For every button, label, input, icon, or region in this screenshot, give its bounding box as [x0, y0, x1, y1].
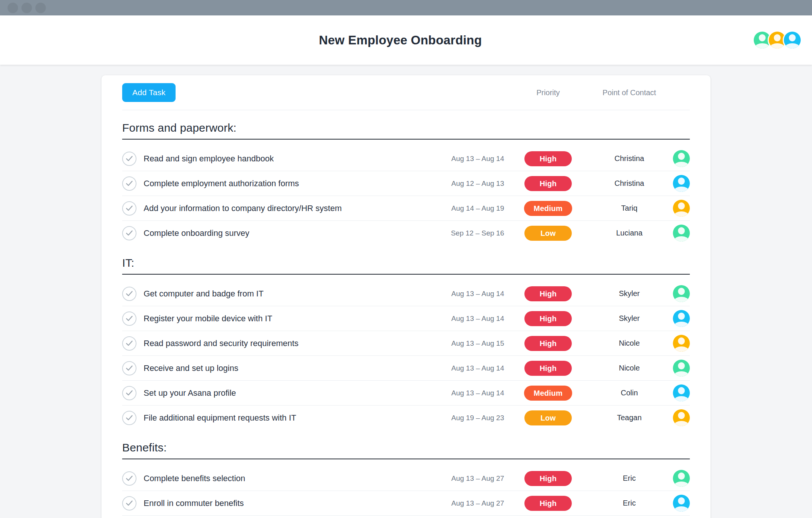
priority-badge[interactable]: High [524, 496, 572, 511]
task-title[interactable]: File additional equipment requests with … [144, 413, 296, 423]
task-dates: Aug 13 – Aug 14 [410, 389, 504, 397]
task-row[interactable]: Read password and security requirements … [122, 331, 690, 355]
task-cell: Complete benefits selection [122, 471, 410, 486]
contact-avatar[interactable] [673, 409, 690, 426]
contact-avatar[interactable] [673, 150, 690, 167]
contact-name[interactable]: Christina [592, 179, 667, 188]
task-row[interactable]: Get computer and badge from IT Aug 13 – … [122, 281, 690, 306]
window-control-dot[interactable] [21, 3, 32, 13]
add-task-button[interactable]: Add Task [122, 83, 176, 102]
task-row[interactable]: Register your mobile device with IT Aug … [122, 306, 690, 331]
task-row[interactable]: Complete benefits selection Aug 13 – Aug… [122, 466, 690, 491]
contact-name[interactable]: Nicole [592, 364, 667, 372]
task-complete-checkbox[interactable] [122, 361, 136, 375]
task-row[interactable]: Complete onboarding survey Sep 12 – Sep … [122, 220, 690, 245]
task-complete-checkbox[interactable] [122, 386, 136, 400]
task-title[interactable]: Get computer and badge from IT [144, 289, 264, 299]
priority-badge[interactable]: High [524, 361, 572, 376]
section-heading: Forms and paperwork: [122, 120, 690, 140]
contact-name[interactable]: Colin [592, 389, 667, 397]
contact-avatar[interactable] [673, 360, 690, 377]
task-complete-checkbox[interactable] [122, 287, 136, 301]
task-title[interactable]: Enroll in commuter benefits [144, 498, 244, 508]
task-row[interactable]: File additional equipment requests with … [122, 405, 690, 430]
task-complete-checkbox[interactable] [122, 496, 136, 510]
priority-badge[interactable]: Medium [524, 201, 573, 216]
contact-name[interactable]: Christina [592, 154, 667, 163]
contact-avatar[interactable] [673, 384, 690, 401]
task-complete-checkbox[interactable] [122, 336, 136, 351]
contact-avatar[interactable] [673, 470, 690, 487]
contact-avatar[interactable] [673, 200, 690, 217]
task-title[interactable]: Set up your Asana profile [144, 388, 236, 398]
task-title[interactable]: Complete onboarding survey [144, 228, 249, 238]
avatar-cell [667, 150, 690, 167]
task-dates: Aug 13 – Aug 14 [410, 155, 504, 163]
contact-name[interactable]: Luciana [592, 229, 667, 237]
task-section: Forms and paperwork: Read and sign emplo… [122, 120, 690, 245]
priority-badge[interactable]: Medium [524, 386, 573, 401]
contact-name[interactable]: Tariq [592, 204, 667, 213]
avatar-cell [667, 310, 690, 327]
priority-badge[interactable]: High [524, 311, 572, 326]
contact-avatar[interactable] [673, 335, 690, 352]
task-cell: Complete employment authorization forms [122, 176, 410, 191]
task-title[interactable]: Complete benefits selection [144, 474, 245, 483]
contact-name[interactable]: Skyler [592, 314, 667, 323]
task-title[interactable]: Complete employment authorization forms [144, 179, 299, 188]
priority-badge[interactable]: High [524, 176, 572, 191]
window-control-dot[interactable] [35, 3, 46, 13]
task-cell: Set up your Asana profile [122, 386, 410, 400]
member-avatar[interactable] [784, 32, 801, 49]
task-complete-checkbox[interactable] [122, 226, 136, 240]
task-row[interactable]: Set up your Asana profile Aug 13 – Aug 1… [122, 380, 690, 405]
task-complete-checkbox[interactable] [122, 152, 136, 166]
contact-name[interactable]: Nicole [592, 339, 667, 348]
priority-badge[interactable]: High [524, 336, 572, 351]
window-control-dot[interactable] [8, 3, 18, 13]
task-complete-checkbox[interactable] [122, 311, 136, 326]
priority-cell: High [504, 151, 592, 166]
task-complete-checkbox[interactable] [122, 471, 136, 486]
priority-badge[interactable]: High [524, 471, 572, 486]
task-complete-checkbox[interactable] [122, 411, 136, 425]
task-row[interactable]: Read and sign employee handbook Aug 13 –… [122, 146, 690, 171]
contact-avatar[interactable] [673, 225, 690, 242]
priority-cell: Low [504, 410, 592, 425]
task-title[interactable]: Read password and security requirements [144, 339, 298, 348]
priority-cell: High [504, 471, 592, 486]
task-cell: File additional equipment requests with … [122, 411, 410, 425]
task-row[interactable]: Add your information to company director… [122, 196, 690, 220]
avatar-cell [667, 409, 690, 426]
contact-avatar[interactable] [673, 310, 690, 327]
task-row[interactable]: Complete employment authorization forms … [122, 171, 690, 196]
priority-cell: Low [504, 226, 592, 241]
contact-name[interactable]: Eric [592, 474, 667, 483]
contact-avatar[interactable] [673, 495, 690, 512]
contact-avatar[interactable] [673, 285, 690, 302]
contact-avatar[interactable] [673, 175, 690, 192]
section-heading: Benefits: [122, 440, 690, 459]
task-title[interactable]: Read and sign employee handbook [144, 154, 274, 164]
priority-badge[interactable]: High [524, 151, 572, 166]
member-avatar[interactable] [754, 32, 771, 49]
contact-name[interactable]: Eric [592, 499, 667, 507]
task-cell: Receive and set up logins [122, 361, 410, 375]
task-title[interactable]: Register your mobile device with IT [144, 314, 272, 324]
task-section: IT: Get computer and badge from IT Aug 1… [122, 255, 690, 430]
priority-badge[interactable]: High [524, 286, 572, 301]
avatar-cell [667, 200, 690, 217]
task-row[interactable]: Receive and set up logins Aug 13 – Aug 1… [122, 355, 690, 380]
task-title[interactable]: Receive and set up logins [144, 363, 238, 373]
task-row[interactable] [122, 515, 690, 518]
priority-badge[interactable]: Low [524, 226, 572, 241]
contact-name[interactable]: Teagan [592, 413, 667, 422]
task-complete-checkbox[interactable] [122, 201, 136, 216]
task-row[interactable]: Enroll in commuter benefits Aug 13 – Aug… [122, 491, 690, 515]
contact-name[interactable]: Skyler [592, 289, 667, 298]
member-avatar[interactable] [769, 32, 786, 49]
task-title[interactable]: Add your information to company director… [144, 204, 342, 213]
priority-badge[interactable]: Low [524, 410, 572, 425]
task-complete-checkbox[interactable] [122, 176, 136, 191]
priority-cell: Medium [504, 201, 592, 216]
